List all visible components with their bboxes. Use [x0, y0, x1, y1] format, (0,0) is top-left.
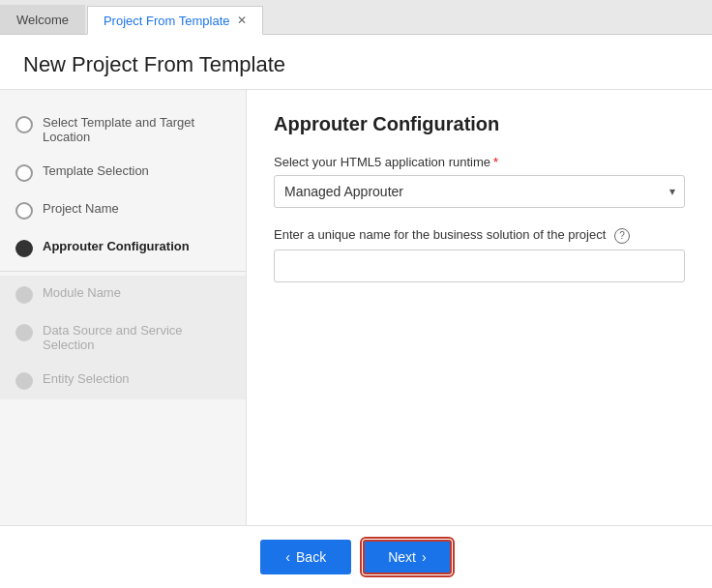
sidebar-label-approuter-config: Approuter Configuration: [43, 239, 190, 253]
sidebar-item-data-source: Data Source and Service Selection: [0, 313, 246, 362]
sidebar-item-entity-selection: Entity Selection: [0, 362, 246, 399]
sidebar-label-module-name: Module Name: [43, 285, 121, 300]
help-icon[interactable]: ?: [614, 228, 630, 244]
panel-title: Approuter Configuration: [274, 113, 685, 135]
main-container: New Project From Template Select Templat…: [0, 35, 712, 588]
tab-project-label: Project From Template: [104, 14, 230, 28]
page-title: New Project From Template: [0, 35, 712, 90]
sidebar-label-data-source: Data Source and Service Selection: [43, 323, 230, 352]
step-circle-7: [15, 372, 33, 390]
sidebar-label-select-template: Select Template and Target Location: [43, 115, 230, 144]
tab-bar: Welcome Project From Template ✕: [0, 0, 712, 35]
tab-close-icon[interactable]: ✕: [237, 14, 247, 27]
next-button[interactable]: Next ›: [363, 540, 451, 574]
step-circle-2: [15, 164, 33, 182]
runtime-select[interactable]: Managed Approuter Standalone Approuter: [274, 175, 685, 208]
sidebar-item-template-selection[interactable]: Template Selection: [0, 154, 246, 191]
sidebar-item-project-name[interactable]: Project Name: [0, 191, 246, 229]
step-circle-4: [15, 240, 33, 257]
back-button[interactable]: ‹ Back: [260, 540, 351, 574]
next-label: Next: [388, 549, 416, 565]
sidebar-label-template-selection: Template Selection: [43, 163, 149, 178]
footer: ‹ Back Next ›: [0, 525, 712, 588]
tab-project-from-template[interactable]: Project From Template ✕: [87, 6, 264, 35]
service-label: Enter a unique name for the business sol…: [274, 227, 685, 244]
sidebar-separator: [0, 271, 246, 272]
content-area: Select Template and Target Location Temp…: [0, 90, 712, 525]
sidebar-item-approuter-config[interactable]: Approuter Configuration: [0, 229, 246, 267]
sidebar-disabled-section: Module Name Data Source and Service Sele…: [0, 276, 246, 399]
runtime-label: Select your HTML5 application runtime*: [274, 155, 685, 169]
service-name-input[interactable]: VUEDemoApprouterService: [274, 250, 685, 282]
step-circle-1: [15, 116, 33, 133]
main-panel: Approuter Configuration Select your HTML…: [247, 90, 712, 525]
sidebar-label-project-name: Project Name: [43, 201, 119, 216]
runtime-required-star: *: [493, 155, 498, 169]
tab-welcome-label: Welcome: [16, 13, 69, 27]
sidebar: Select Template and Target Location Temp…: [0, 90, 247, 525]
back-label: Back: [296, 549, 326, 565]
sidebar-item-select-template[interactable]: Select Template and Target Location: [0, 105, 246, 154]
tab-welcome[interactable]: Welcome: [0, 5, 85, 34]
sidebar-label-entity-selection: Entity Selection: [43, 371, 130, 386]
runtime-select-wrapper: Managed Approuter Standalone Approuter ▾: [274, 175, 685, 208]
next-icon: ›: [422, 549, 427, 565]
sidebar-item-module-name: Module Name: [0, 276, 246, 313]
back-icon: ‹: [285, 549, 290, 565]
step-circle-5: [15, 286, 33, 304]
step-circle-3: [15, 202, 33, 220]
step-circle-6: [15, 324, 33, 341]
